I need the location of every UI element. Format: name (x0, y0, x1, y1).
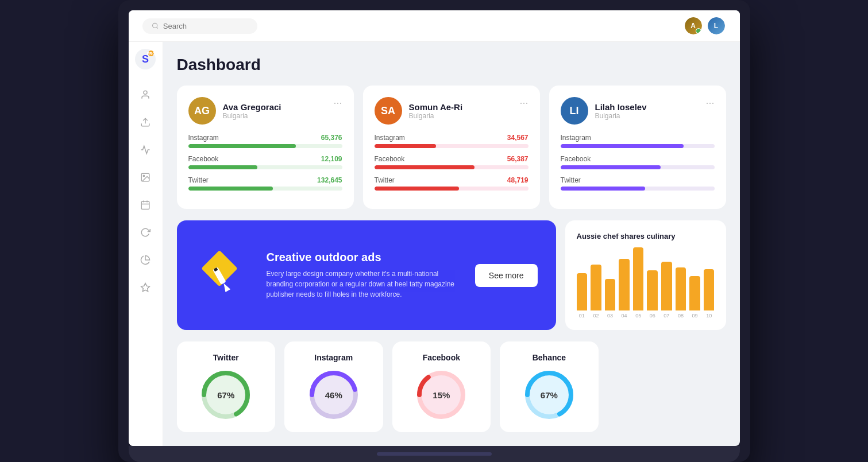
stat-platform: Facebook (188, 155, 219, 163)
stat-platform: Twitter (188, 176, 209, 184)
user-card-0: AG Ava Gregoraci Bulgaria ··· Instagram … (177, 86, 354, 209)
social-platform-label: Facebook (423, 353, 460, 362)
bar-fill (704, 269, 715, 310)
banner-illustration (195, 250, 253, 301)
stat-bar-fill (188, 165, 258, 169)
search-bar[interactable] (142, 18, 257, 34)
bar-fill (633, 247, 644, 310)
sidebar-item-activity[interactable] (138, 143, 152, 157)
user-cards-row: AG Ava Gregoraci Bulgaria ··· Instagram … (177, 86, 726, 209)
bar-fill (605, 279, 616, 310)
stat-value: 56,387 (507, 155, 528, 163)
stat-bar-fill (188, 144, 296, 148)
bar-label: 01 (579, 313, 585, 319)
avatar-user2[interactable]: L (707, 16, 726, 36)
social-stats-row: Twitter 67% Instagram 46% Facebook 15% (177, 341, 726, 432)
bar-col: 07 (661, 262, 672, 319)
bar-fill (619, 259, 630, 310)
bar-label: 10 (706, 313, 712, 319)
banner-chart-row: Creative outdoor ads Every large design … (177, 220, 726, 330)
sidebar-logo[interactable]: S PRO (135, 49, 156, 72)
social-card-facebook: Facebook 15% (392, 341, 491, 432)
stat-value: 65,376 (321, 134, 342, 142)
user-location: Bulgaria (223, 112, 281, 120)
sidebar-item-image[interactable] (138, 170, 152, 184)
stat-bar-bg (375, 144, 528, 148)
header: A L (129, 10, 740, 42)
donut-chart: 46% (308, 369, 360, 421)
social-platform-label: Instagram (314, 353, 353, 362)
user-name: Somun Ae-Ri (409, 102, 463, 112)
banner-text: Creative outdoor ads Every large design … (267, 251, 461, 300)
user-name: Ava Gregoraci (223, 102, 281, 112)
stat-row: Instagram 65,376 (188, 134, 342, 148)
svg-text:PRO: PRO (146, 52, 156, 56)
bar-fill (661, 262, 672, 310)
sidebar-item-refresh[interactable] (138, 226, 152, 239)
user-card-1: SA Somun Ae-Ri Bulgaria ··· Instagram 34… (363, 86, 540, 209)
user-card-menu[interactable]: ··· (705, 97, 714, 109)
stat-platform: Facebook (561, 155, 591, 163)
search-icon (152, 22, 159, 30)
stat-platform: Facebook (375, 155, 405, 163)
stat-platform: Instagram (375, 134, 405, 142)
content-area: S PRO (129, 42, 740, 446)
stat-value: 12,109 (321, 155, 342, 163)
laptop-chin (129, 446, 740, 462)
search-input[interactable] (163, 22, 248, 30)
avatar-user1[interactable]: A (684, 16, 703, 36)
bar-label: 08 (678, 313, 684, 319)
laptop-frame: A L S PRO (118, 0, 750, 462)
banner-description: Every large design company whether it's … (267, 269, 461, 300)
stat-bar-fill (375, 187, 459, 191)
user-avatar: AG (188, 97, 216, 125)
header-avatars: A L (684, 16, 726, 36)
stat-bar-bg (561, 165, 715, 169)
user-info: Somun Ae-Ri Bulgaria (409, 102, 463, 120)
user-info: Lilah Ioselev Bulgaria (595, 102, 647, 120)
banner-svg (195, 250, 253, 301)
bar-fill (689, 276, 700, 310)
stat-bar-bg (375, 187, 528, 191)
stat-row: Instagram (561, 134, 715, 148)
social-platform-label: Behance (533, 353, 566, 362)
laptop-screen: A L S PRO (129, 10, 740, 446)
user-avatar: LI (561, 97, 588, 125)
donut-chart: 67% (523, 369, 575, 421)
stat-bar-fill (561, 144, 684, 148)
stat-platform: Instagram (561, 134, 591, 142)
banner-card: Creative outdoor ads Every large design … (177, 220, 556, 330)
user-avatar: SA (375, 97, 402, 125)
stat-row: Twitter 132,645 (188, 176, 342, 191)
user-card-menu[interactable]: ··· (519, 97, 528, 109)
bar-col: 03 (605, 279, 616, 319)
stat-platform: Instagram (188, 134, 219, 142)
bar-col: 01 (577, 273, 588, 319)
sidebar-item-pie[interactable] (138, 253, 152, 267)
user-card-header: SA Somun Ae-Ri Bulgaria ··· (375, 97, 528, 125)
svg-rect-9 (141, 201, 149, 209)
donut-label: 15% (433, 390, 450, 400)
svg-point-8 (143, 175, 144, 176)
user-location: Bulgaria (595, 112, 647, 120)
user-location: Bulgaria (409, 112, 463, 120)
stat-row: Instagram 34,567 (375, 134, 528, 148)
stat-bar-fill (375, 144, 436, 148)
user-card-menu[interactable]: ··· (333, 97, 342, 109)
bar-col: 04 (619, 259, 630, 319)
donut-label: 67% (541, 390, 558, 400)
stat-bar-bg (561, 187, 715, 191)
bar-label: 03 (607, 313, 613, 319)
sidebar-item-user[interactable] (138, 88, 152, 102)
bar-label: 06 (650, 313, 655, 319)
user-card-header: LI Lilah Ioselev Bulgaria ··· (561, 97, 715, 125)
sidebar-item-star[interactable] (138, 281, 152, 294)
sidebar-item-upload[interactable] (138, 115, 152, 129)
stat-bar-bg (375, 165, 528, 169)
bar-col: 08 (676, 267, 686, 319)
see-more-button[interactable]: See more (475, 264, 538, 287)
chart-title: Aussie chef shares culinary (577, 232, 715, 240)
bar-col: 09 (689, 276, 700, 319)
bar-label: 02 (593, 313, 599, 319)
sidebar-item-calendar[interactable] (138, 198, 152, 212)
